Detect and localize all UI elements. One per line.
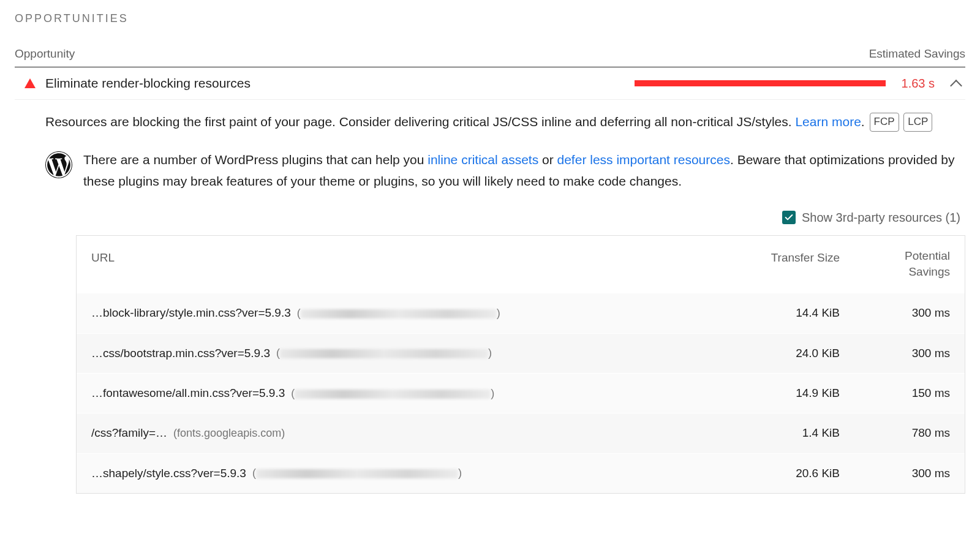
url-host: (fonts.googleapis.com) [173, 424, 285, 443]
wp-t2: or [538, 153, 557, 167]
savings-cell: 300 ms [840, 464, 950, 483]
url-path: …block-library/style.min.css?ver=5.9.3 [91, 303, 291, 323]
inline-critical-link[interactable]: inline critical assets [428, 153, 538, 167]
checkbox-checked-icon[interactable] [782, 211, 796, 224]
third-party-toggle[interactable]: Show 3rd-party resources (1) [45, 207, 965, 228]
url-path: …shapely/style.css?ver=5.9.3 [91, 464, 246, 483]
col-url: URL [91, 248, 742, 268]
description-text: Resources are blocking the first paint o… [45, 111, 965, 133]
metric-tag-fcp: FCP [870, 113, 899, 132]
size-cell: 20.6 KiB [742, 464, 840, 483]
wp-t1: There are a number of WordPress plugins … [83, 153, 428, 167]
column-header-row: Opportunity Estimated Savings [15, 43, 965, 67]
url-host: () [291, 384, 494, 403]
url-host: () [297, 304, 500, 323]
url-cell: …shapely/style.css?ver=5.9.3 () [91, 464, 742, 483]
url-cell: …css/bootstrap.min.css?ver=5.9.3 () [91, 344, 742, 363]
third-party-label: Show 3rd-party resources (1) [802, 207, 960, 228]
section-title: OPPORTUNITIES [15, 12, 965, 25]
chevron-up-icon[interactable] [950, 80, 962, 92]
wordpress-icon [45, 151, 72, 178]
header-opportunity: Opportunity [15, 47, 75, 61]
url-path: …fontawesome/all.min.css?ver=5.9.3 [91, 383, 285, 403]
savings-bar [635, 80, 886, 86]
url-host: () [276, 344, 492, 363]
description-before: Resources are blocking the first paint o… [45, 115, 795, 129]
description-block: Resources are blocking the first paint o… [15, 100, 965, 494]
wordpress-advice: There are a number of WordPress plugins … [45, 149, 965, 192]
url-cell: …fontawesome/all.min.css?ver=5.9.3 () [91, 383, 742, 403]
table-row: /css?family=… (fonts.googleapis.com)1.4 … [77, 413, 965, 453]
opportunity-title: Eliminate render-blocking resources [45, 76, 251, 91]
table-row: …css/bootstrap.min.css?ver=5.9.3 ()24.0 … [77, 333, 965, 373]
savings-value: 1.63 s [902, 77, 935, 91]
learn-more-link[interactable]: Learn more [795, 115, 861, 129]
savings-cell: 300 ms [840, 344, 950, 363]
url-host: () [252, 464, 462, 483]
url-path: /css?family=… [91, 423, 167, 443]
wordpress-text: There are a number of WordPress plugins … [83, 149, 965, 192]
table-header: URL Transfer Size PotentialSavings [77, 236, 965, 293]
defer-resources-link[interactable]: defer less important resources [557, 153, 730, 167]
savings-cell: 150 ms [840, 383, 950, 403]
severity-triangle-icon [24, 78, 36, 88]
url-cell: /css?family=… (fonts.googleapis.com) [91, 423, 742, 443]
header-estimated-savings: Estimated Savings [869, 47, 965, 61]
description-period: . [861, 115, 865, 129]
metric-tag-lcp: LCP [903, 113, 932, 132]
size-cell: 24.0 KiB [742, 344, 840, 363]
opportunity-row[interactable]: Eliminate render-blocking resources 1.63… [15, 67, 965, 100]
col-savings: PotentialSavings [840, 248, 950, 279]
url-cell: …block-library/style.min.css?ver=5.9.3 (… [91, 303, 742, 323]
resources-table: URL Transfer Size PotentialSavings …bloc… [76, 235, 965, 494]
table-row: …fontawesome/all.min.css?ver=5.9.3 ()14.… [77, 373, 965, 413]
url-path: …css/bootstrap.min.css?ver=5.9.3 [91, 344, 270, 363]
table-row: …shapely/style.css?ver=5.9.3 ()20.6 KiB3… [77, 453, 965, 493]
size-cell: 14.9 KiB [742, 383, 840, 403]
size-cell: 1.4 KiB [742, 423, 840, 443]
size-cell: 14.4 KiB [742, 303, 840, 323]
savings-cell: 300 ms [840, 303, 950, 323]
table-row: …block-library/style.min.css?ver=5.9.3 (… [77, 293, 965, 333]
savings-cell: 780 ms [840, 423, 950, 443]
col-size: Transfer Size [742, 248, 840, 268]
